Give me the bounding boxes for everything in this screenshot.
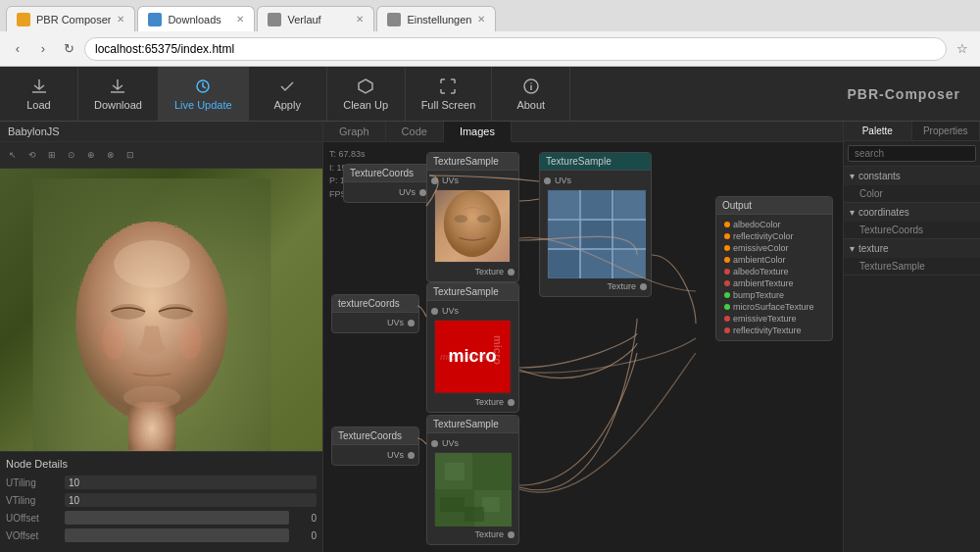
tab-favicon-einstellungen bbox=[387, 13, 401, 26]
tab-close-downloads[interactable]: ✕ bbox=[236, 14, 244, 25]
stat-time: T: 67.83s bbox=[329, 148, 371, 162]
node-texture-sample-3[interactable]: TextureSample UVs bbox=[426, 415, 519, 545]
node-editor-canvas[interactable]: T: 67.83s I: 1930 P: 12814 FPS:61.61 Tex… bbox=[323, 142, 843, 552]
palette-search bbox=[844, 141, 980, 167]
tab-pbr[interactable]: PBR Composer ✕ bbox=[6, 6, 135, 31]
cleanup-icon bbox=[356, 76, 375, 96]
viewport-canvas[interactable] bbox=[0, 169, 322, 451]
node-tsb-dot-out bbox=[640, 283, 647, 290]
output-microSurfaceTexture: microSurfaceTexture bbox=[718, 301, 830, 313]
node-tc3-dot bbox=[408, 452, 415, 459]
section-coordinates-header[interactable]: ▾ coordinates bbox=[844, 203, 980, 222]
svg-rect-25 bbox=[549, 191, 579, 219]
svg-point-17 bbox=[444, 190, 501, 257]
apply-button[interactable]: Apply bbox=[249, 67, 327, 121]
output-albedoTexture: albedoTexture bbox=[718, 266, 830, 277]
refresh-button[interactable]: ↻ bbox=[59, 39, 78, 59]
dot-microSurfaceTexture bbox=[724, 304, 730, 310]
node-texture-sample-2[interactable]: TextureSample UVs micro micro microSurfa… bbox=[426, 282, 519, 413]
section-coordinates-arrow: ▾ bbox=[850, 207, 855, 218]
tool-add[interactable]: ⊕ bbox=[82, 146, 100, 164]
tab-einstellungen[interactable]: Einstellungen ✕ bbox=[376, 6, 496, 31]
tab-verlauf[interactable]: Verlauf ✕ bbox=[257, 6, 374, 31]
section-texture-header[interactable]: ▾ texture bbox=[844, 239, 980, 258]
node-ts2-dot-out bbox=[508, 399, 514, 406]
tab-favicon-downloads bbox=[148, 13, 162, 26]
live-update-button[interactable]: Live Update bbox=[159, 67, 249, 121]
uoffset-slider[interactable] bbox=[65, 511, 289, 525]
output-node[interactable]: Output albedoColor reflectivityColor emi… bbox=[715, 196, 833, 341]
node-tc1-out: UVs bbox=[348, 186, 426, 198]
svg-point-19 bbox=[477, 215, 491, 223]
palette-item-texturecoords[interactable]: TextureCoords bbox=[844, 222, 980, 238]
tool-remove[interactable]: ⊗ bbox=[102, 146, 120, 164]
tab-code[interactable]: Code bbox=[386, 122, 444, 141]
utiling-label: UTiling bbox=[6, 477, 65, 488]
load-button[interactable]: Load bbox=[0, 67, 78, 121]
node-texture-coords-1[interactable]: TextureCoords UVs bbox=[343, 164, 431, 203]
address-input[interactable] bbox=[84, 37, 947, 61]
tool-circle[interactable]: ⊙ bbox=[63, 146, 80, 164]
node-tsb-out: Texture bbox=[544, 280, 647, 292]
cleanup-label: Clean Up bbox=[343, 99, 388, 111]
voffset-slider[interactable] bbox=[65, 528, 289, 542]
node-tsb-body: UVs bbox=[540, 171, 651, 296]
node-ts3-dot-in bbox=[431, 440, 438, 447]
palette-item-color[interactable]: Color bbox=[844, 185, 980, 202]
voffset-value: 0 bbox=[293, 530, 317, 541]
palette-item-texturesample[interactable]: TextureSample bbox=[844, 258, 980, 275]
tab-downloads[interactable]: Downloads ✕ bbox=[137, 6, 255, 31]
palette-search-input[interactable] bbox=[848, 145, 976, 162]
tab-title-einstellungen: Einstellungen bbox=[407, 14, 471, 25]
download-button[interactable]: Download bbox=[78, 67, 159, 121]
tool-select[interactable]: ↖ bbox=[4, 146, 22, 164]
detail-row-uoffset: UOffset 0 bbox=[6, 511, 317, 525]
load-icon bbox=[29, 76, 49, 96]
about-button[interactable]: About bbox=[492, 67, 570, 121]
engine-label: BabylonJS bbox=[8, 125, 60, 137]
live-update-label: Live Update bbox=[174, 99, 232, 111]
about-label: About bbox=[516, 99, 545, 111]
tab-close-pbr[interactable]: ✕ bbox=[117, 14, 124, 25]
node-texture-coords-2[interactable]: textureCoords UVs bbox=[331, 294, 419, 333]
palette-section-texture: ▾ texture TextureSample bbox=[844, 239, 980, 276]
tab-title-verlauf: Verlauf bbox=[287, 14, 320, 25]
svg-rect-9 bbox=[128, 402, 176, 451]
node-texture-sample-1[interactable]: TextureSample UVs bbox=[426, 152, 519, 282]
tool-box[interactable]: ⊡ bbox=[122, 146, 139, 164]
tab-title-downloads: Downloads bbox=[168, 14, 220, 25]
back-button[interactable]: ‹ bbox=[8, 39, 27, 59]
node-texture-sample-big[interactable]: TextureSample UVs bbox=[539, 152, 652, 297]
address-bar: ‹ › ↻ ☆ bbox=[0, 31, 980, 67]
vtiling-value[interactable]: 10 bbox=[65, 493, 317, 507]
tab-properties[interactable]: Properties bbox=[912, 122, 981, 140]
bookmark-button[interactable]: ☆ bbox=[953, 39, 972, 59]
node-tc1-header: TextureCoords bbox=[344, 165, 430, 182]
svg-rect-35 bbox=[445, 463, 465, 480]
apply-label: Apply bbox=[273, 99, 301, 111]
node-ts1-out: Texture bbox=[431, 266, 514, 277]
utiling-value[interactable]: 10 bbox=[65, 476, 317, 489]
node-texture-coords-3[interactable]: TextureCoords UVs bbox=[331, 427, 419, 466]
node-ts2-body: UVs micro micro microSurface Texture bbox=[427, 301, 518, 412]
node-editor-tabs: Graph Code Images bbox=[323, 122, 843, 142]
fullscreen-button[interactable]: Full Screen bbox=[406, 67, 493, 121]
output-ambientColor: ambientColor bbox=[718, 254, 830, 266]
app-toolbar: Load Download Live Update Apply Clean Up… bbox=[0, 67, 980, 122]
forward-button[interactable]: › bbox=[33, 39, 53, 59]
dot-emissiveColor bbox=[724, 245, 730, 251]
voffset-label: VOffset bbox=[6, 530, 65, 541]
tool-rotate[interactable]: ⟲ bbox=[24, 146, 41, 164]
svg-rect-29 bbox=[614, 250, 645, 277]
node-ts1-header: TextureSample bbox=[427, 153, 518, 171]
svg-point-11 bbox=[111, 304, 145, 320]
cleanup-button[interactable]: Clean Up bbox=[327, 67, 406, 121]
tab-palette[interactable]: Palette bbox=[844, 122, 912, 140]
svg-rect-36 bbox=[482, 497, 500, 512]
section-constants-header[interactable]: ▾ constants bbox=[844, 167, 980, 185]
tool-grid[interactable]: ⊞ bbox=[43, 146, 61, 164]
tab-close-verlauf[interactable]: ✕ bbox=[356, 14, 364, 25]
tab-images[interactable]: Images bbox=[444, 122, 512, 142]
tab-graph[interactable]: Graph bbox=[323, 122, 386, 141]
tab-close-einstellungen[interactable]: ✕ bbox=[477, 14, 485, 25]
